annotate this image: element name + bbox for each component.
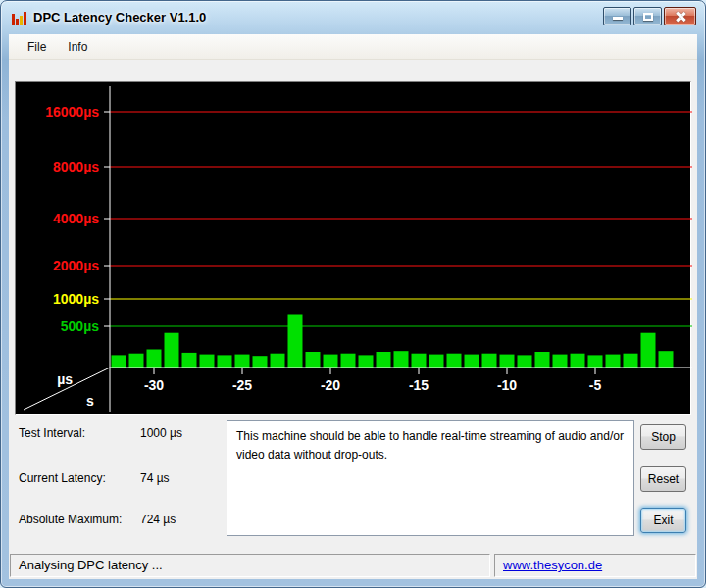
y-axis-label: 2000µs	[53, 258, 99, 273]
x-axis-label: -5	[589, 377, 602, 393]
minimize-icon	[613, 17, 623, 20]
latency-bar	[500, 355, 515, 368]
y-axis-label: 1000µs	[53, 291, 99, 307]
latency-bar	[218, 355, 232, 368]
latency-bar	[394, 351, 409, 368]
y-axis-label: 16000µs	[45, 104, 99, 120]
minimize-button[interactable]	[603, 7, 631, 25]
latency-bar	[253, 356, 268, 368]
y-axis-label: 4000µs	[53, 211, 99, 226]
latency-bar	[553, 355, 568, 368]
latency-bar	[641, 333, 656, 368]
x-axis-label: -20	[321, 377, 340, 393]
latency-bar	[606, 355, 621, 368]
status-bar: Analysing DPC latency ... www.thesycon.d…	[9, 552, 697, 579]
latency-bar	[235, 355, 250, 368]
stat-label: Test Interval:	[19, 426, 85, 440]
thesycon-link[interactable]: www.thesycon.de	[503, 558, 602, 572]
x-unit-label: s	[86, 393, 94, 409]
latency-bar	[112, 355, 126, 368]
client-area: 16000µs8000µs4000µs2000µs1000µs500µs-30-…	[9, 60, 697, 552]
x-axis-label: -30	[144, 377, 164, 393]
latency-bar	[129, 354, 144, 368]
latency-bar	[182, 353, 197, 368]
status-message: Analysing DPC latency ...	[10, 554, 490, 577]
latency-bar	[165, 333, 179, 368]
maximize-icon	[643, 13, 653, 21]
latency-bar	[465, 355, 479, 368]
latency-bar	[306, 352, 321, 368]
latency-bar	[624, 354, 638, 368]
x-axis-label: -10	[497, 377, 517, 393]
window-controls	[603, 7, 696, 25]
latency-bar	[518, 355, 532, 368]
menu-info[interactable]: Info	[57, 36, 98, 58]
latency-bar	[359, 355, 374, 368]
app-icon	[12, 10, 27, 25]
stat-absolute-maximum: Absolute Maximum: 724 µs	[19, 513, 122, 526]
latency-bar	[324, 355, 338, 368]
x-axis-label: -15	[409, 377, 429, 393]
latency-bar	[147, 350, 162, 368]
diagnosis-text-box: This machine should be able to handle re…	[227, 420, 634, 536]
window-title: DPC Latency Checker V1.1.0	[33, 1, 206, 32]
x-axis-label: -25	[232, 377, 252, 393]
stat-test-interval: Test Interval: 1000 µs	[19, 426, 85, 440]
maximize-button[interactable]	[633, 7, 662, 25]
menu-file[interactable]: File	[17, 36, 57, 58]
latency-bar	[200, 355, 215, 368]
latency-bar	[341, 354, 356, 368]
y-unit-label: µs	[57, 371, 73, 387]
latency-bar	[429, 355, 444, 368]
latency-bar	[482, 354, 497, 368]
stat-current-latency: Current Latency: 74 µs	[19, 471, 106, 485]
stat-value: 74 µs	[140, 471, 170, 485]
y-axis-label: 500µs	[61, 318, 99, 334]
exit-button[interactable]: Exit	[640, 508, 686, 533]
menu-bar: File Info	[9, 34, 697, 60]
close-icon	[675, 11, 686, 23]
latency-bar	[588, 355, 603, 368]
stat-value: 724 µs	[140, 513, 176, 526]
latency-bar	[447, 354, 462, 368]
reset-button[interactable]: Reset	[640, 466, 686, 492]
stat-label: Absolute Maximum:	[19, 513, 122, 526]
stop-button[interactable]: Stop	[640, 424, 686, 450]
status-link-cell: www.thesycon.de	[494, 554, 696, 577]
latency-bar	[377, 352, 391, 368]
title-bar: DPC Latency Checker V1.1.0	[1, 1, 705, 34]
latency-bar	[571, 354, 585, 368]
latency-bar	[288, 315, 303, 368]
latency-bar	[535, 352, 550, 368]
latency-bar	[412, 354, 427, 368]
latency-chart: 16000µs8000µs4000µs2000µs1000µs500µs-30-…	[15, 81, 691, 415]
latency-chart-svg: 16000µs8000µs4000µs2000µs1000µs500µs-30-…	[16, 82, 692, 414]
stat-value: 1000 µs	[140, 426, 182, 440]
latency-bar	[659, 351, 674, 368]
app-window: DPC Latency Checker V1.1.0 File Info 160…	[0, 0, 706, 588]
latency-bar	[271, 354, 285, 368]
close-button[interactable]	[664, 7, 696, 25]
stat-label: Current Latency:	[19, 471, 106, 485]
y-axis-label: 8000µs	[53, 159, 99, 174]
